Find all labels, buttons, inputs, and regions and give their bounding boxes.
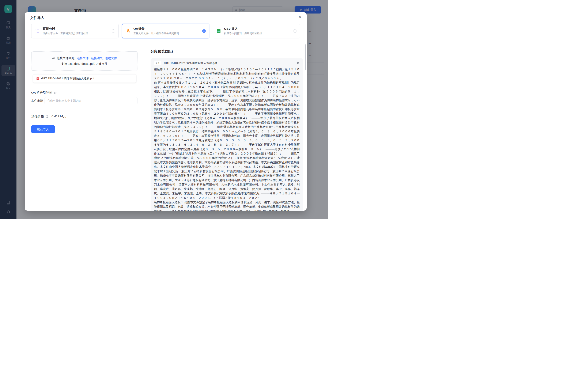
import-mode-group: 直接分段 选择文本文件，直接将其按分段进行处理 QA拆分 选择文本文件，让大模型… <box>31 24 300 38</box>
question-icon[interactable] <box>46 115 49 118</box>
price-row: 预估价格 0.41214元 <box>31 114 66 118</box>
chunk-text: 犐犆犛７９．０６０犆犆犛犅７０！＂＃＄％＆＇（）＊犌犅／犜１５１０４—２０２１！… <box>151 67 303 211</box>
mode-title: 直接分段 <box>43 27 109 31</box>
trash-icon <box>296 62 300 65</box>
qa-prompt-label: QA 拆分引导词 <box>31 91 52 95</box>
info-icon[interactable] <box>54 92 57 94</box>
create-file-link[interactable]: 创建文件 <box>105 56 117 60</box>
mode-desc: 选择文本文件，让大模型自动生成问答对 <box>134 32 200 35</box>
uploaded-file-item[interactable]: PDF GBT 15104-2021 装饰单板贴面人造板.pdf <box>33 74 136 82</box>
chunk-file-name: GBT 15104-2021 装饰单板贴面人造板.pdf <box>164 61 294 65</box>
preview-title: 分段预览(2组) <box>151 49 173 54</box>
chunk-paragraph: 前 言本文件按照ＧＢ／Ｔ１．１—２０２０《标准化工作导则 第1部分: 标准化文件… <box>154 80 300 200</box>
file-dropzone[interactable]: 拖拽文件至此, 选择文件, 链接读取, 创建文件 支持 .txt, .doc, … <box>31 51 138 71</box>
chunk-paragraph: 装饰单板贴面人造板１ 范围本文件规定了装饰单板贴面人造板的术语和定义、分类、要求… <box>154 200 300 211</box>
mode-radio[interactable] <box>112 29 115 33</box>
chunk-header: # 1 GBT 15104-2021 装饰单板贴面人造板.pdf <box>151 58 303 67</box>
select-file-link[interactable]: 选择文件, <box>77 56 90 60</box>
modal-scrollbar-thumb[interactable] <box>305 44 306 70</box>
qa-prompt-row: QA 拆分引导词 <box>31 91 57 95</box>
delete-chunk-button[interactable] <box>296 62 300 65</box>
svg-text:PDF: PDF <box>37 78 39 79</box>
dropzone-prefix: 拖拽文件至此, <box>57 56 75 60</box>
mode-text: CSV 导入 批量导入问答对，是最精准的数据 <box>224 27 290 35</box>
file-import-modal: 文件导入 ✕ 直接分段 选择文本文件，直接将其按分段进行处理 QA拆分 选择文本… <box>25 12 307 211</box>
mode-card-direct-segment[interactable]: 直接分段 选择文本文件，直接将其按分段进行处理 <box>31 24 119 38</box>
topic-row: 文件主题 <box>31 97 138 104</box>
mode-text: 直接分段 选择文本文件，直接将其按分段进行处理 <box>43 27 109 35</box>
mode-card-qa-split[interactable]: QA拆分 选择文本文件，让大模型自动生成问答对 <box>122 24 210 38</box>
mode-desc: 选择文本文件，直接将其按分段进行处理 <box>43 32 109 35</box>
mode-title: CSV 导入 <box>224 27 290 31</box>
mode-title: QA拆分 <box>134 27 200 31</box>
price-value: 0.41214元 <box>52 114 66 118</box>
link-fetch-link[interactable]: 链接读取, <box>91 56 104 60</box>
chunk-paragraph: 犐犆犛７９．０６０犆犆犛犅７０！＂＃＄％＆＇（）＊犌犅／犜１５１０４—２０２１！… <box>154 67 300 80</box>
csv-file-icon: CSV <box>216 28 221 34</box>
mode-card-csv-import[interactable]: CSV CSV 导入 批量导入问答对，是最精准的数据 <box>213 24 300 38</box>
segment-icon <box>35 28 40 34</box>
topic-input[interactable] <box>45 97 138 104</box>
dropzone-support-text: 支持 .txt, .doc, .docx, .pdf, .md 文件 <box>61 62 108 66</box>
mode-desc: 批量导入问答对，是最精准的数据 <box>224 32 290 35</box>
topic-label: 文件主题 <box>31 99 45 102</box>
close-icon[interactable]: ✕ <box>297 14 303 20</box>
modal-title: 文件导入 <box>30 16 44 20</box>
svg-text:CSV: CSV <box>218 30 220 32</box>
chunk-preview-card: # 1 GBT 15104-2021 装饰单板贴面人造板.pdf 犐犆犛７９．０… <box>151 58 303 211</box>
price-label: 预估价格 <box>31 114 44 118</box>
mode-text: QA拆分 选择文本文件，让大模型自动生成问答对 <box>134 27 200 35</box>
pdf-file-icon: PDF <box>36 77 39 80</box>
cloud-upload-icon <box>52 56 55 60</box>
mode-radio[interactable] <box>293 29 296 33</box>
confirm-import-button[interactable]: 确认导入 <box>31 126 55 133</box>
mode-radio[interactable] <box>202 29 206 33</box>
chunk-index-badge: # 1 <box>154 61 161 65</box>
uploaded-file-name: GBT 15104-2021 装饰单板贴面人造板.pdf <box>41 77 94 80</box>
dropzone-line1: 拖拽文件至此, 选择文件, 链接读取, 创建文件 <box>52 56 117 60</box>
rocket-icon <box>126 28 131 34</box>
